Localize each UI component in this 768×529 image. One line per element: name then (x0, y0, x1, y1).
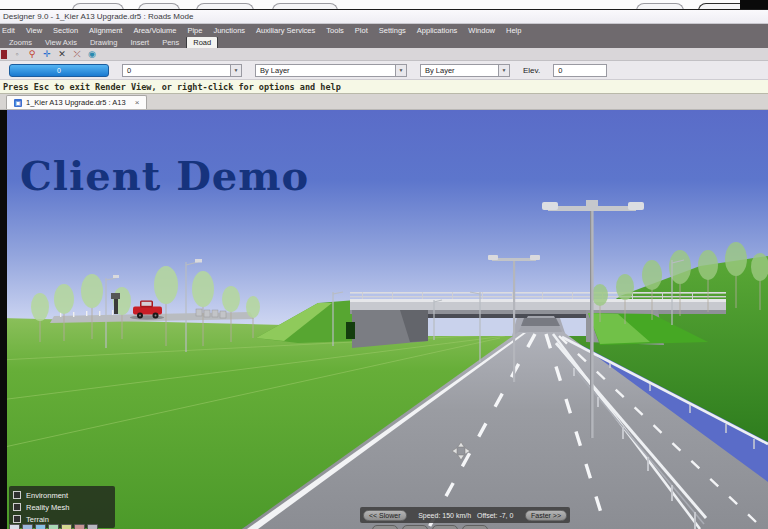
layer-label: Terrain (26, 515, 49, 524)
slower-button[interactable]: << Slower (363, 510, 407, 521)
menu-item-view[interactable]: View (21, 26, 47, 35)
mini-button[interactable] (35, 524, 46, 529)
offset-readout: Offset: -7, 0 (477, 512, 513, 519)
status-bar: Press Esc to exit Render View, or right-… (0, 80, 768, 94)
drive-extra-button[interactable] (462, 525, 488, 529)
property-bar: 0 0 ▼ By Layer ▼ By Layer ▼ Elev. 0 (0, 61, 768, 80)
menu-item-tools[interactable]: Tools (321, 26, 349, 35)
pen-number-combo[interactable]: 0 ▼ (122, 64, 242, 77)
line-width-combo[interactable]: By Layer ▼ (420, 64, 510, 77)
drive-extra-button[interactable] (402, 525, 428, 529)
pointer-icon[interactable]: ◦ (12, 50, 22, 59)
chevron-down-icon[interactable]: ▼ (498, 64, 510, 77)
pen-color-label: 0 (57, 67, 61, 74)
plumb-icon[interactable]: ⚲ (27, 50, 37, 59)
mini-button[interactable] (74, 524, 85, 529)
document-tab-label: 1_Kier A13 Upgrade.dr5 : A13 (26, 98, 126, 107)
title-bar: Designer 9.0 - 1_Kier A13 Upgrade.dr5 : … (0, 10, 768, 24)
screen-corner (740, 0, 768, 10)
clipped-icon (1, 50, 7, 59)
ghost-tab (72, 3, 124, 10)
layer-row-environment: Environment (13, 489, 111, 501)
ribbon-tab-zooms[interactable]: Zooms (3, 37, 38, 48)
layer-checkbox[interactable] (13, 503, 21, 511)
ghost-tab (636, 3, 684, 10)
elevation-combo[interactable]: 0 (553, 64, 607, 77)
menu-item-section[interactable]: Section (48, 26, 83, 35)
menu-item-junctions[interactable]: Junctions (208, 26, 250, 35)
document-icon: ▣ (14, 99, 22, 107)
layer-checkbox[interactable] (13, 515, 21, 523)
mini-button[interactable] (9, 524, 20, 529)
ghost-tab (196, 3, 254, 10)
menu-item-alignment[interactable]: Alignment (84, 26, 127, 35)
tool-icon-row: ◦⚲✛✕⤫◉ (0, 48, 768, 61)
ribbon-tab-insert[interactable]: Insert (124, 37, 155, 48)
bridge-shadow (521, 318, 560, 326)
ribbon-row: ZoomsView AxisDrawingInsertPensRoad (0, 37, 768, 48)
window-title: Designer 9.0 - 1_Kier A13 Upgrade.dr5 : … (3, 12, 193, 21)
elevation-label: Elev. (523, 66, 540, 75)
pen-color-button[interactable]: 0 (9, 64, 109, 77)
status-message: Press Esc to exit Render View, or right-… (3, 82, 341, 92)
layer-label: Reality Mesh (26, 503, 69, 512)
ghost-tab (138, 3, 180, 10)
document-tab[interactable]: ▣ 1_Kier A13 Upgrade.dr5 : A13 × (6, 95, 147, 109)
layer-row-reality-mesh: Reality Mesh (13, 501, 111, 513)
ghost-tab (272, 3, 338, 10)
viewport-edge (0, 110, 7, 529)
line-width-field[interactable]: By Layer (420, 64, 498, 77)
menu-item-applications[interactable]: Applications (412, 26, 462, 35)
drive-extra-button[interactable] (372, 525, 398, 529)
ribbon-tab-drawing[interactable]: Drawing (84, 37, 124, 48)
drive-extra-buttons[interactable] (372, 525, 488, 529)
line-style-field[interactable]: By Layer (255, 64, 395, 77)
render-viewport[interactable]: Client Demo EnvironmentReality MeshTerra… (0, 110, 768, 529)
axis-icon[interactable]: ⤫ (72, 50, 82, 59)
elevation-field[interactable]: 0 (553, 64, 607, 77)
menu-item-help[interactable]: Help (501, 26, 526, 35)
menu-item-area-volume[interactable]: Area/Volume (128, 26, 181, 35)
mini-button[interactable] (61, 524, 72, 529)
mini-button[interactable] (87, 524, 98, 529)
layers-panel: EnvironmentReality MeshTerrain (9, 486, 115, 528)
chevron-down-icon[interactable]: ▼ (395, 64, 407, 77)
pen-number-field[interactable]: 0 (122, 64, 230, 77)
background-window-strip (0, 0, 768, 10)
faster-button[interactable]: Faster >> (525, 510, 567, 521)
application-window: Designer 9.0 - 1_Kier A13 Upgrade.dr5 : … (0, 0, 768, 529)
menu-item-edit[interactable]: Edit (0, 26, 20, 35)
ribbon-tab-road[interactable]: Road (186, 37, 218, 48)
layer-label: Environment (26, 491, 68, 500)
menu-item-auxiliary-services[interactable]: Auxiliary Services (251, 26, 320, 35)
speed-readout: Speed: 150 km/h (418, 512, 471, 519)
drive-extra-button[interactable] (432, 525, 458, 529)
menu-item-window[interactable]: Window (463, 26, 500, 35)
move-icon[interactable]: ✛ (42, 50, 52, 59)
layer-mini-buttons[interactable] (9, 524, 98, 529)
watermark-text: Client Demo (20, 152, 309, 199)
close-icon[interactable]: × (135, 98, 140, 107)
line-style-combo[interactable]: By Layer ▼ (255, 64, 407, 77)
document-tab-bar: ▣ 1_Kier A13 Upgrade.dr5 : A13 × (0, 94, 768, 110)
menu-item-pipe[interactable]: Pipe (182, 26, 207, 35)
mini-button[interactable] (48, 524, 59, 529)
layer-checkbox[interactable] (13, 491, 21, 499)
menu-item-plot[interactable]: Plot (350, 26, 373, 35)
chevron-down-icon[interactable]: ▼ (230, 64, 242, 77)
menu-item-settings[interactable]: Settings (374, 26, 411, 35)
menu-bar: EditViewSectionAlignmentArea/VolumePipeJ… (0, 24, 768, 37)
ribbon-tab-view-axis[interactable]: View Axis (39, 37, 83, 48)
world-icon[interactable]: ◉ (87, 50, 97, 59)
drive-controls: << Slower Speed: 150 km/h Offset: -7, 0 … (360, 507, 570, 523)
mini-button[interactable] (22, 524, 33, 529)
cut-icon[interactable]: ✕ (57, 50, 67, 59)
ribbon-tab-pens[interactable]: Pens (156, 37, 185, 48)
